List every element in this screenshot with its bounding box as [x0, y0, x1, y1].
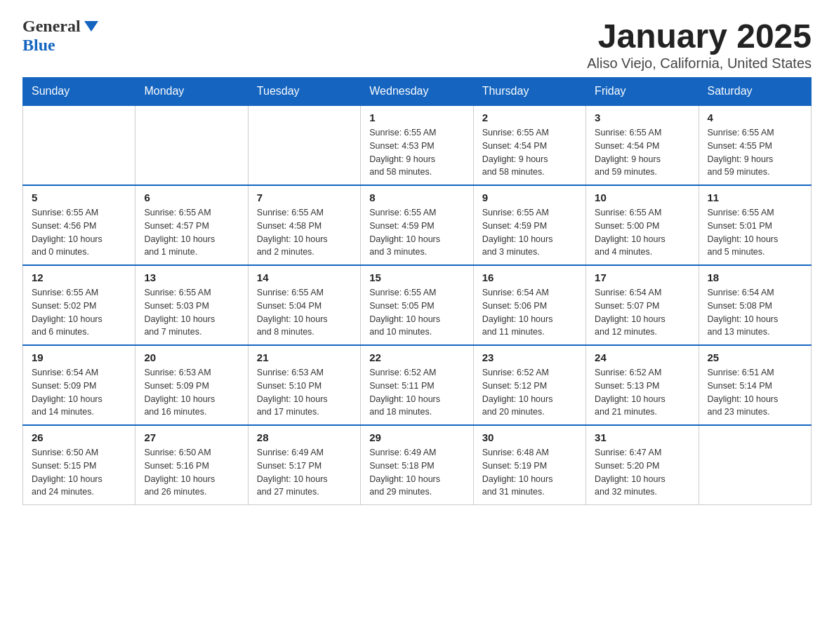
- day-number: 1: [369, 112, 464, 123]
- calendar-week-row: 5Sunrise: 6:55 AMSunset: 4:56 PMDaylight…: [23, 185, 812, 265]
- day-info: Sunrise: 6:55 AMSunset: 4:54 PMDaylight:…: [595, 126, 689, 179]
- calendar-week-row: 12Sunrise: 6:55 AMSunset: 5:02 PMDayligh…: [23, 265, 812, 345]
- day-number: 17: [595, 271, 689, 283]
- day-info: Sunrise: 6:50 AMSunset: 5:15 PMDaylight:…: [32, 446, 126, 499]
- day-number: 20: [144, 351, 239, 363]
- day-info: Sunrise: 6:54 AMSunset: 5:09 PMDaylight:…: [32, 366, 126, 419]
- calendar-body: 1Sunrise: 6:55 AMSunset: 4:53 PMDaylight…: [23, 105, 812, 505]
- day-info: Sunrise: 6:51 AMSunset: 5:14 PMDaylight:…: [708, 366, 802, 419]
- calendar-day-cell: 18Sunrise: 6:54 AMSunset: 5:08 PMDayligh…: [699, 265, 811, 345]
- day-number: 6: [144, 192, 239, 203]
- calendar-table: SundayMondayTuesdayWednesdayThursdayFrid…: [22, 77, 812, 505]
- day-number: 26: [32, 431, 126, 443]
- calendar-day-cell: 28Sunrise: 6:49 AMSunset: 5:17 PMDayligh…: [248, 425, 360, 505]
- day-number: 31: [595, 431, 689, 443]
- day-info: Sunrise: 6:49 AMSunset: 5:18 PMDaylight:…: [369, 446, 464, 499]
- calendar-day-header: Thursday: [473, 78, 585, 106]
- calendar-day-cell: 30Sunrise: 6:48 AMSunset: 5:19 PMDayligh…: [473, 425, 585, 505]
- calendar-header: SundayMondayTuesdayWednesdayThursdayFrid…: [23, 78, 812, 106]
- calendar-week-row: 1Sunrise: 6:55 AMSunset: 4:53 PMDaylight…: [23, 105, 812, 185]
- day-info: Sunrise: 6:54 AMSunset: 5:06 PMDaylight:…: [482, 286, 577, 339]
- calendar-day-cell: 10Sunrise: 6:55 AMSunset: 5:00 PMDayligh…: [586, 185, 699, 265]
- calendar-day-cell: 22Sunrise: 6:52 AMSunset: 5:11 PMDayligh…: [361, 345, 473, 425]
- calendar-day-cell: 11Sunrise: 6:55 AMSunset: 5:01 PMDayligh…: [699, 185, 811, 265]
- logo-triangle-icon: [84, 21, 98, 32]
- day-number: 11: [708, 192, 802, 203]
- page-subtitle: Aliso Viejo, California, United States: [587, 55, 812, 72]
- calendar-day-header: Monday: [135, 78, 248, 106]
- calendar-day-cell: 1Sunrise: 6:55 AMSunset: 4:53 PMDaylight…: [361, 105, 473, 185]
- day-info: Sunrise: 6:55 AMSunset: 5:01 PMDaylight:…: [708, 206, 802, 259]
- day-info: Sunrise: 6:55 AMSunset: 4:58 PMDaylight:…: [257, 206, 352, 259]
- day-number: 28: [257, 431, 352, 443]
- page-header: General Blue January 2025 Aliso Viejo, C…: [22, 17, 812, 72]
- day-info: Sunrise: 6:55 AMSunset: 4:55 PMDaylight:…: [708, 126, 802, 179]
- day-info: Sunrise: 6:54 AMSunset: 5:08 PMDaylight:…: [708, 286, 802, 339]
- day-number: 15: [369, 271, 464, 283]
- day-info: Sunrise: 6:55 AMSunset: 4:59 PMDaylight:…: [369, 206, 464, 259]
- day-number: 18: [708, 271, 802, 283]
- day-number: 21: [257, 351, 352, 363]
- day-number: 23: [482, 351, 577, 363]
- calendar-day-cell: 25Sunrise: 6:51 AMSunset: 5:14 PMDayligh…: [699, 345, 811, 425]
- calendar-day-header: Saturday: [699, 78, 811, 106]
- calendar-day-cell: 29Sunrise: 6:49 AMSunset: 5:18 PMDayligh…: [361, 425, 473, 505]
- title-block: January 2025 Aliso Viejo, California, Un…: [587, 17, 812, 72]
- day-info: Sunrise: 6:52 AMSunset: 5:12 PMDaylight:…: [482, 366, 577, 419]
- day-info: Sunrise: 6:53 AMSunset: 5:10 PMDaylight:…: [257, 366, 352, 419]
- calendar-day-cell: 7Sunrise: 6:55 AMSunset: 4:58 PMDaylight…: [248, 185, 360, 265]
- calendar-day-cell: 17Sunrise: 6:54 AMSunset: 5:07 PMDayligh…: [586, 265, 699, 345]
- day-number: 3: [595, 112, 689, 123]
- calendar-day-cell: 23Sunrise: 6:52 AMSunset: 5:12 PMDayligh…: [473, 345, 585, 425]
- logo: General Blue: [22, 17, 98, 55]
- page-title: January 2025: [587, 17, 812, 55]
- day-info: Sunrise: 6:52 AMSunset: 5:13 PMDaylight:…: [595, 366, 689, 419]
- day-info: Sunrise: 6:55 AMSunset: 4:53 PMDaylight:…: [369, 126, 464, 179]
- calendar-day-cell: 2Sunrise: 6:55 AMSunset: 4:54 PMDaylight…: [473, 105, 585, 185]
- day-info: Sunrise: 6:53 AMSunset: 5:09 PMDaylight:…: [144, 366, 239, 419]
- day-number: 13: [144, 271, 239, 283]
- calendar-day-cell: 6Sunrise: 6:55 AMSunset: 4:57 PMDaylight…: [135, 185, 248, 265]
- calendar-week-row: 19Sunrise: 6:54 AMSunset: 5:09 PMDayligh…: [23, 345, 812, 425]
- calendar-day-cell: 14Sunrise: 6:55 AMSunset: 5:04 PMDayligh…: [248, 265, 360, 345]
- calendar-day-header: Friday: [586, 78, 699, 106]
- day-info: Sunrise: 6:49 AMSunset: 5:17 PMDaylight:…: [257, 446, 352, 499]
- calendar-day-header: Sunday: [23, 78, 135, 106]
- day-info: Sunrise: 6:47 AMSunset: 5:20 PMDaylight:…: [595, 446, 689, 499]
- calendar-day-cell: 4Sunrise: 6:55 AMSunset: 4:55 PMDaylight…: [699, 105, 811, 185]
- calendar-day-cell: 8Sunrise: 6:55 AMSunset: 4:59 PMDaylight…: [361, 185, 473, 265]
- day-number: 22: [369, 351, 464, 363]
- day-number: 24: [595, 351, 689, 363]
- day-info: Sunrise: 6:55 AMSunset: 5:03 PMDaylight:…: [144, 286, 239, 339]
- day-number: 12: [32, 271, 126, 283]
- calendar-day-cell: 19Sunrise: 6:54 AMSunset: 5:09 PMDayligh…: [23, 345, 135, 425]
- calendar-day-cell: 26Sunrise: 6:50 AMSunset: 5:15 PMDayligh…: [23, 425, 135, 505]
- day-number: 29: [369, 431, 464, 443]
- day-info: Sunrise: 6:54 AMSunset: 5:07 PMDaylight:…: [595, 286, 689, 339]
- logo-blue-text: Blue: [22, 36, 55, 55]
- calendar-day-cell: 15Sunrise: 6:55 AMSunset: 5:05 PMDayligh…: [361, 265, 473, 345]
- day-info: Sunrise: 6:55 AMSunset: 4:57 PMDaylight:…: [144, 206, 239, 259]
- day-number: 5: [32, 192, 126, 203]
- calendar-empty-cell: [135, 105, 248, 185]
- day-number: 16: [482, 271, 577, 283]
- calendar-day-cell: 27Sunrise: 6:50 AMSunset: 5:16 PMDayligh…: [135, 425, 248, 505]
- calendar-day-cell: 16Sunrise: 6:54 AMSunset: 5:06 PMDayligh…: [473, 265, 585, 345]
- day-number: 27: [144, 431, 239, 443]
- day-number: 8: [369, 192, 464, 203]
- calendar-day-cell: 24Sunrise: 6:52 AMSunset: 5:13 PMDayligh…: [586, 345, 699, 425]
- calendar-day-header: Wednesday: [361, 78, 473, 106]
- calendar-day-cell: 21Sunrise: 6:53 AMSunset: 5:10 PMDayligh…: [248, 345, 360, 425]
- calendar-week-row: 26Sunrise: 6:50 AMSunset: 5:15 PMDayligh…: [23, 425, 812, 505]
- calendar-day-cell: 13Sunrise: 6:55 AMSunset: 5:03 PMDayligh…: [135, 265, 248, 345]
- day-number: 19: [32, 351, 126, 363]
- calendar-day-cell: 12Sunrise: 6:55 AMSunset: 5:02 PMDayligh…: [23, 265, 135, 345]
- day-info: Sunrise: 6:50 AMSunset: 5:16 PMDaylight:…: [144, 446, 239, 499]
- calendar-day-cell: 20Sunrise: 6:53 AMSunset: 5:09 PMDayligh…: [135, 345, 248, 425]
- calendar-empty-cell: [699, 425, 811, 505]
- calendar-day-cell: 9Sunrise: 6:55 AMSunset: 4:59 PMDaylight…: [473, 185, 585, 265]
- day-info: Sunrise: 6:55 AMSunset: 5:00 PMDaylight:…: [595, 206, 689, 259]
- logo-general-text: General: [22, 17, 81, 36]
- calendar-day-header: Tuesday: [248, 78, 360, 106]
- calendar-day-cell: 31Sunrise: 6:47 AMSunset: 5:20 PMDayligh…: [586, 425, 699, 505]
